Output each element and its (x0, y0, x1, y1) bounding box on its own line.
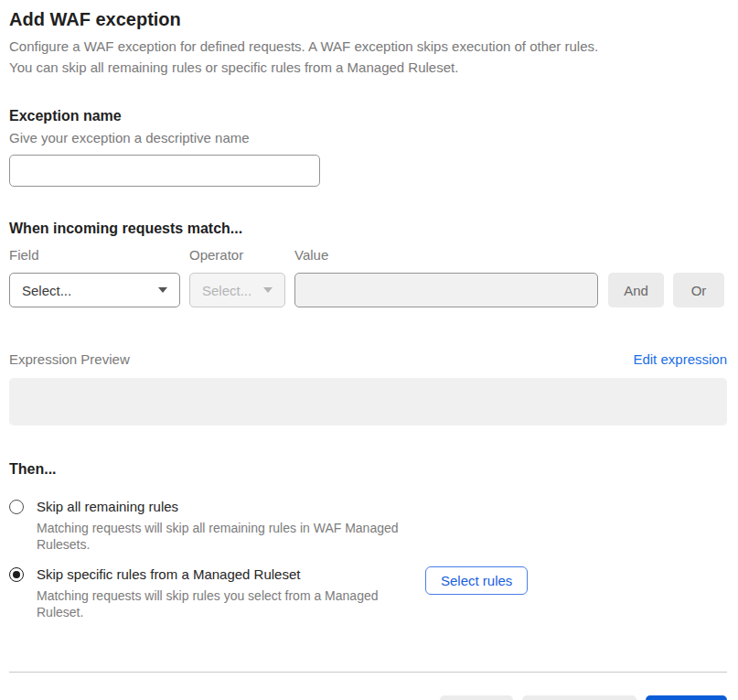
match-builder-heading: When incoming requests match... (9, 220, 727, 238)
operator-label: Operator (189, 247, 285, 264)
expression-preview-box (9, 378, 727, 425)
value-column: Value (294, 247, 598, 307)
radio-skip-specific-rules[interactable] (9, 567, 24, 582)
edit-expression-link[interactable]: Edit expression (633, 351, 727, 367)
option-text: Skip specific rules from a Managed Rules… (37, 566, 425, 620)
value-input[interactable] (294, 273, 598, 307)
exception-name-section: Exception name Give your exception a des… (9, 107, 727, 187)
page-description-line-2: You can skip all remaining rules or spec… (9, 57, 727, 78)
field-label: Field (9, 247, 180, 264)
page-description-line-1: Configure a WAF exception for defined re… (9, 36, 727, 57)
operator-select[interactable]: Select... (189, 273, 285, 307)
save-as-draft-button[interactable]: Save as Draft (522, 695, 636, 700)
expression-preview-label: Expression Preview (9, 351, 130, 367)
field-select-value: Select... (22, 283, 71, 298)
page-title: Add WAF exception (9, 7, 727, 31)
exception-name-heading: Exception name (9, 107, 727, 125)
option-skip-specific-rules: Skip specific rules from a Managed Rules… (9, 566, 727, 620)
then-section: Then... Skip all remaining rules Matchin… (9, 460, 727, 620)
option-description: Matching requests will skip all remainin… (37, 520, 425, 553)
exception-name-subheading: Give your exception a descriptive name (9, 130, 727, 146)
radio-skip-all-remaining-rules[interactable] (9, 500, 24, 514)
field-select[interactable]: Select... (9, 273, 180, 307)
option-skip-all-remaining-rules: Skip all remaining rules Matching reques… (9, 499, 727, 553)
value-label: Value (294, 247, 598, 264)
option-text: Skip all remaining rules Matching reques… (37, 499, 425, 553)
and-button[interactable]: And (608, 273, 664, 307)
field-column: Field Select... (9, 247, 180, 307)
match-builder-section: When incoming requests match... Field Se… (9, 220, 727, 307)
operator-select-value: Select... (202, 283, 251, 298)
footer-actions: Cancel Save as Draft Deploy (9, 695, 727, 700)
option-description: Matching requests will skip rules you se… (37, 587, 425, 620)
option-label[interactable]: Skip specific rules from a Managed Rules… (37, 566, 425, 583)
deploy-button[interactable]: Deploy (646, 695, 727, 700)
select-rules-button[interactable]: Select rules (425, 566, 528, 595)
add-waf-exception-panel: Add WAF exception Configure a WAF except… (0, 0, 738, 700)
condition-row: Field Select... Operator Select... Value… (9, 247, 727, 307)
expression-preview-header: Expression Preview Edit expression (9, 351, 727, 367)
then-heading: Then... (9, 460, 727, 479)
chevron-down-icon (263, 287, 273, 293)
exception-name-input[interactable] (9, 155, 320, 187)
chevron-down-icon (158, 287, 167, 293)
expression-preview-section: Expression Preview Edit expression (9, 351, 727, 425)
cancel-button[interactable]: Cancel (440, 695, 514, 700)
or-button[interactable]: Or (673, 273, 724, 307)
option-label[interactable]: Skip all remaining rules (37, 499, 425, 515)
operator-column: Operator Select... (189, 247, 285, 307)
footer-divider (9, 672, 727, 673)
page-description: Configure a WAF exception for defined re… (9, 36, 727, 78)
